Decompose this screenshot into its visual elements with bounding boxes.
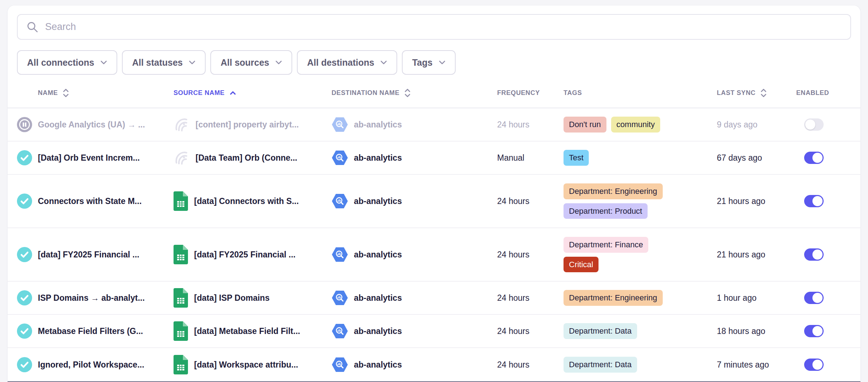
connection-name: [Data] Orb Event Increm...: [38, 153, 140, 163]
column-header-tags: TAGS: [556, 89, 707, 97]
source-name: [data] Metabase Field Filt...: [194, 326, 300, 336]
chevron-down-icon: [439, 60, 446, 65]
frequency-value: 24 hours: [497, 360, 530, 370]
table-row[interactable]: ISP Domains → ab-analyt... [data] ISP Do…: [8, 282, 860, 315]
tags-cell: Department: EngineeringDepartment: Produ…: [564, 178, 663, 224]
table-row[interactable]: Connectors with State M... [data] Connec…: [8, 175, 860, 228]
table-row[interactable]: Ignored, Pilot Workspace... [data] Works…: [8, 348, 860, 381]
destination-name: ab-analytics: [354, 293, 402, 303]
filter-statuses[interactable]: All statuses: [122, 50, 206, 75]
source-name: [data] Workspace attribu...: [194, 360, 298, 370]
connections-table-body: Google Analytics (UA) → ... [content] pr…: [8, 108, 860, 382]
tag: Department: Finance: [564, 237, 648, 253]
search-bar: [17, 14, 851, 40]
destination-name: ab-analytics: [354, 120, 402, 130]
chevron-down-icon: [100, 60, 107, 65]
tag: Test: [564, 150, 589, 166]
enabled-toggle[interactable]: [804, 325, 824, 337]
destination-name: ab-analytics: [354, 250, 402, 260]
column-header-last-sync[interactable]: LAST SYNC: [707, 88, 794, 98]
column-header-frequency: FREQUENCY: [491, 89, 556, 97]
table-row[interactable]: Metabase Field Filters (G... [data] Meta…: [8, 315, 860, 348]
bigquery-icon: [332, 324, 348, 338]
sort-asc-icon: [229, 91, 237, 95]
column-header-source-name[interactable]: SOURCE NAME: [166, 89, 325, 97]
search-icon: [26, 21, 39, 33]
connection-name: Connectors with State M...: [38, 196, 142, 206]
column-header-destination-name[interactable]: DESTINATION NAME: [325, 88, 491, 98]
destination-name: ab-analytics: [354, 326, 402, 336]
filter-bar: All connections All statuses All sources…: [17, 50, 851, 75]
chevron-down-icon: [275, 60, 282, 65]
frequency-value: 24 hours: [497, 196, 530, 206]
check-circle-icon: [17, 247, 32, 262]
tags-cell: Test: [564, 150, 589, 166]
connection-name: ISP Domains → ab-analyt...: [38, 293, 145, 303]
toggle-knob: [812, 249, 823, 260]
source-name: [data] Connectors with S...: [194, 196, 299, 206]
filter-tags-label: Tags: [412, 57, 433, 68]
google-sheets-icon: [174, 191, 188, 211]
enabled-toggle[interactable]: [804, 152, 824, 164]
check-circle-icon: [17, 324, 32, 339]
enabled-toggle[interactable]: [804, 248, 824, 261]
toggle-knob: [812, 293, 823, 303]
last-sync-value: 18 hours ago: [717, 326, 765, 336]
frequency-value: 24 hours: [497, 120, 530, 130]
frequency-value: 24 hours: [497, 326, 530, 336]
toggle-knob: [812, 153, 823, 163]
destination-name: ab-analytics: [354, 196, 402, 206]
filter-destinations-label: All destinations: [307, 57, 374, 68]
filter-sources[interactable]: All sources: [210, 50, 292, 75]
search-input[interactable]: [45, 15, 842, 39]
destination-name: ab-analytics: [354, 153, 402, 163]
chevron-down-icon: [380, 60, 387, 65]
last-sync-value: 1 hour ago: [717, 293, 757, 303]
enabled-toggle[interactable]: [804, 195, 824, 207]
check-circle-icon: [17, 290, 32, 305]
last-sync-value: 7 minutes ago: [717, 360, 769, 370]
bigquery-icon: [332, 117, 348, 132]
tags-cell: Don't runcommunity: [564, 117, 660, 133]
connection-name: [data] FY2025 Financial ...: [38, 250, 139, 260]
tag: Department: Data: [564, 323, 637, 339]
filter-tags[interactable]: Tags: [402, 50, 456, 75]
tag: Department: Engineering: [564, 183, 663, 199]
enabled-toggle[interactable]: [804, 359, 824, 371]
sort-icon: [62, 88, 70, 98]
connection-name: Metabase Field Filters (G...: [38, 326, 143, 336]
table-row[interactable]: [data] FY2025 Financial ... [data] FY202…: [8, 228, 860, 282]
google-sheets-icon: [174, 245, 188, 264]
connection-name: Ignored, Pilot Workspace...: [38, 360, 144, 370]
toggle-knob: [805, 120, 815, 130]
toggle-knob: [812, 326, 823, 336]
source-name: [data] ISP Domains: [194, 293, 269, 303]
column-header-enabled: ENABLED: [794, 89, 860, 97]
tag: Don't run: [564, 117, 606, 133]
table-header: NAME SOURCE NAME DESTINATION NAME FREQUE…: [8, 75, 860, 108]
check-circle-icon: [17, 150, 32, 165]
destination-name: ab-analytics: [354, 360, 402, 370]
enabled-toggle[interactable]: [804, 292, 824, 304]
filter-destinations[interactable]: All destinations: [297, 50, 397, 75]
enabled-toggle[interactable]: [804, 118, 824, 131]
tags-cell: Department: Engineering: [564, 290, 663, 306]
last-sync-value: 67 days ago: [717, 153, 762, 163]
bigquery-icon: [332, 291, 348, 305]
frequency-value: 24 hours: [497, 250, 530, 260]
column-header-name[interactable]: NAME: [8, 88, 166, 98]
tag: Department: Engineering: [564, 290, 663, 306]
tags-cell: Department: FinanceCritical: [564, 232, 648, 277]
toggle-knob: [812, 196, 823, 206]
check-circle-icon: [17, 357, 32, 372]
toggle-knob: [812, 360, 823, 370]
tags-cell: Department: Data: [564, 357, 637, 373]
chevron-down-icon: [189, 60, 196, 65]
table-row[interactable]: [Data] Orb Event Increm... [Data Team] O…: [8, 142, 860, 175]
tag: Department: Product: [564, 203, 648, 219]
source-name: [content] property airbyt...: [196, 120, 299, 130]
table-row[interactable]: Google Analytics (UA) → ... [content] pr…: [8, 108, 860, 142]
tag: Department: Data: [564, 357, 637, 373]
check-circle-icon: [17, 194, 32, 209]
filter-connections[interactable]: All connections: [17, 50, 117, 75]
